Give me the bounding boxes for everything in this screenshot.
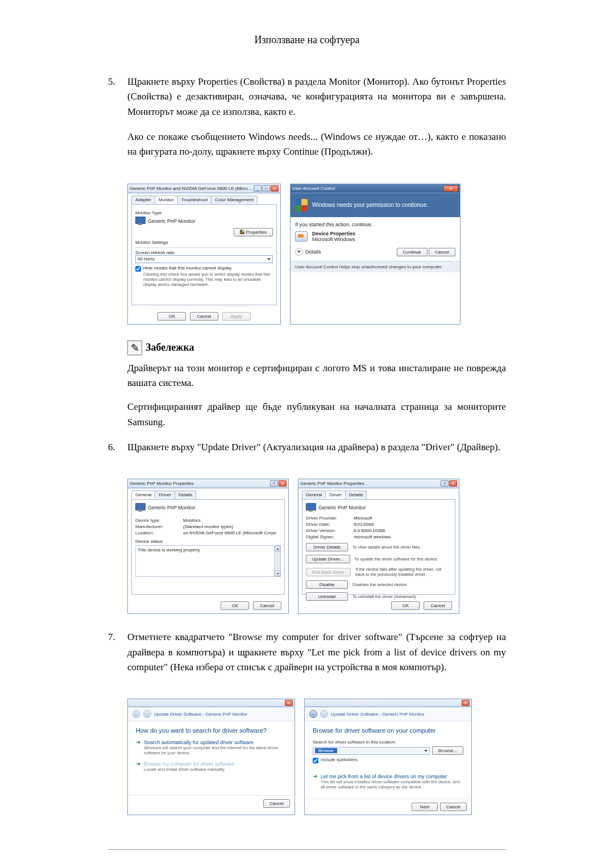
option-browse-computer[interactable]: ➔ Browse my computer for driver software… — [136, 761, 287, 772]
disable-button[interactable]: Disable — [306, 580, 348, 589]
path-combobox[interactable]: Browse — [313, 747, 430, 755]
update-driver-wizard-search: ✕ ← → Update Driver Software - Generic P… — [127, 699, 295, 815]
uac-program-name: Device Properties — [312, 231, 355, 236]
scroll-up-button[interactable]: ▴ — [275, 546, 280, 551]
monitor-properties-driver: Generic PnP Monitor Properties ? ✕ Gener… — [298, 479, 459, 614]
option-pick-from-list[interactable]: ➔ Let me pick from a list of device driv… — [313, 774, 463, 790]
continue-button[interactable]: Continue — [397, 248, 428, 256]
step-6-para-1: Щракнете върху "Update Driver" (Актуализ… — [127, 440, 506, 455]
ok-button[interactable]: OK — [391, 601, 420, 610]
note-title: Забележка — [146, 342, 194, 354]
help-button[interactable]: ? — [270, 480, 278, 487]
option-desc: Windows will search your computer and th… — [144, 745, 287, 755]
tabs: Adapter Monitor Troubleshoot Color Manag… — [128, 193, 280, 204]
chevron-down-icon — [424, 750, 428, 752]
value-manufacturer: (Standard monitor types) — [183, 524, 281, 529]
titlebar: User Account Control ✕ — [291, 184, 460, 193]
nav-forward-button[interactable]: → — [320, 710, 328, 718]
driver-details-button[interactable]: Driver Details — [306, 543, 348, 551]
search-location-label: Search for driver software in this locat… — [313, 740, 463, 745]
uninstall-button[interactable]: Uninstall — [306, 592, 348, 601]
uac-publisher: Microsoft Windows — [312, 236, 355, 242]
arrow-icon: ➔ — [313, 774, 317, 790]
browse-button[interactable]: Browse... — [432, 746, 463, 755]
rollback-driver-button[interactable]: Roll Back Driver — [306, 568, 351, 576]
cancel-button[interactable]: Cancel — [263, 799, 290, 808]
tab-general[interactable]: General — [302, 491, 326, 499]
step-5-para-2: Ако се покаже съобщението Windows needs.… — [127, 130, 506, 160]
tab-driver[interactable]: Driver — [155, 491, 175, 499]
tab-monitor[interactable]: Monitor — [155, 196, 178, 204]
cancel-button[interactable]: Cancel — [190, 312, 218, 321]
rollback-driver-desc: If the device fails after updating the d… — [355, 567, 451, 577]
update-driver-button[interactable]: Update Driver... — [306, 555, 350, 563]
cancel-button[interactable]: Cancel — [440, 803, 467, 811]
ok-button[interactable]: OK — [221, 601, 249, 610]
tab-driver[interactable]: Driver — [325, 491, 345, 499]
hide-modes-checkbox[interactable]: Hide modes that this monitor cannot disp… — [135, 265, 273, 272]
next-button[interactable]: Next — [412, 803, 438, 811]
label-location: Location: — [135, 530, 183, 535]
nav-back-button[interactable]: ← — [132, 710, 140, 718]
uac-headline-band: Windows needs your permission to contion… — [291, 193, 460, 217]
monitor-name: Generic PnP Monitor — [148, 218, 195, 224]
help-button[interactable]: ? — [441, 480, 449, 487]
monitor-name: Generic PnP Monitor — [318, 505, 366, 510]
option-search-auto[interactable]: ➔ Search automatically for updated drive… — [136, 740, 287, 755]
step-body-7: Отметнете квадратчето "Browse my compute… — [127, 630, 506, 685]
device-status-text: This device is working properly. — [138, 547, 201, 553]
close-button[interactable]: ✕ — [443, 185, 458, 192]
update-driver-desc: To update the driver software for this d… — [355, 556, 451, 562]
uac-dialog: User Account Control ✕ Windows needs you… — [290, 184, 460, 325]
cancel-button[interactable]: Cancel — [253, 601, 281, 610]
titlebar: ✕ — [128, 699, 294, 707]
close-button[interactable]: ✕ — [449, 480, 457, 487]
window-title: Generic PnP Monitor Properties — [130, 481, 270, 486]
tab-color-management[interactable]: Color Management — [211, 196, 258, 204]
cancel-button[interactable]: Cancel — [424, 601, 452, 610]
note-block: ✎ Забележка Драйверът на този монитор е … — [127, 340, 506, 430]
cancel-button[interactable]: Cancel — [429, 248, 455, 256]
figure-row-3: ✕ ← → Update Driver Software - Generic P… — [127, 699, 506, 815]
page-title: Използване на софтуера — [108, 34, 506, 46]
tab-details[interactable]: Details — [175, 491, 196, 499]
label-digital-signer: Digital Signer: — [306, 534, 354, 539]
nav-forward-button[interactable]: → — [143, 710, 151, 718]
step-body-6: Щракнете върху "Update Driver" (Актуализ… — [127, 440, 506, 465]
monitor-properties-general: Generic PnP Monitor Properties ? ✕ Gener… — [127, 479, 289, 614]
figure-row-2: Generic PnP Monitor Properties ? ✕ Gener… — [127, 479, 506, 614]
label-manufacturer: Manufacturer: — [135, 524, 183, 529]
ok-button[interactable]: OK — [157, 312, 186, 321]
option-label: Search automatically for updated driver … — [144, 740, 287, 745]
uac-headline: Windows needs your permission to contion… — [312, 202, 428, 208]
tab-general[interactable]: General — [131, 491, 155, 499]
value-location: on NVIDIA GeForce 6600 LE (Microsoft Cor… — [183, 530, 281, 535]
close-button[interactable]: ✕ — [279, 480, 287, 487]
monitor-icon — [135, 217, 146, 226]
scrollbar[interactable]: ▴ ▾ — [274, 546, 280, 576]
refresh-rate-dropdown[interactable]: 60 Hertz — [135, 255, 273, 263]
close-button[interactable]: ✕ — [462, 700, 470, 706]
include-subfolders-checkbox[interactable]: Include subfolders — [313, 757, 463, 763]
tab-details[interactable]: Details — [345, 491, 367, 499]
scroll-down-button[interactable]: ▾ — [275, 571, 280, 576]
apply-button[interactable]: Apply — [222, 312, 251, 321]
close-button[interactable]: ✕ — [271, 185, 279, 192]
value-driver-version: 6.0.6000.16386 — [354, 528, 451, 533]
uac-details-toggle[interactable]: Details — [305, 249, 321, 255]
properties-button[interactable]: Properties — [234, 228, 273, 236]
value-driver-provider: Microsoft — [354, 516, 451, 521]
tab-adapter[interactable]: Adapter — [131, 196, 155, 204]
include-subfolders-input[interactable] — [313, 758, 318, 763]
hide-modes-input[interactable] — [135, 266, 141, 272]
chevron-down-icon[interactable] — [295, 248, 303, 256]
monitor-name: Generic PnP Monitor — [148, 505, 195, 510]
label-driver-version: Driver Version: — [306, 528, 354, 533]
step-number-5: 5. — [108, 74, 127, 170]
nav-back-button[interactable]: ← — [309, 710, 317, 718]
tab-troubleshoot[interactable]: Troubleshoot — [177, 196, 211, 204]
maximize-button[interactable]: □ — [262, 185, 270, 192]
close-button[interactable]: ✕ — [285, 700, 293, 706]
minimize-button[interactable]: _ — [254, 185, 262, 192]
label-driver-date: Driver Date: — [306, 522, 354, 527]
